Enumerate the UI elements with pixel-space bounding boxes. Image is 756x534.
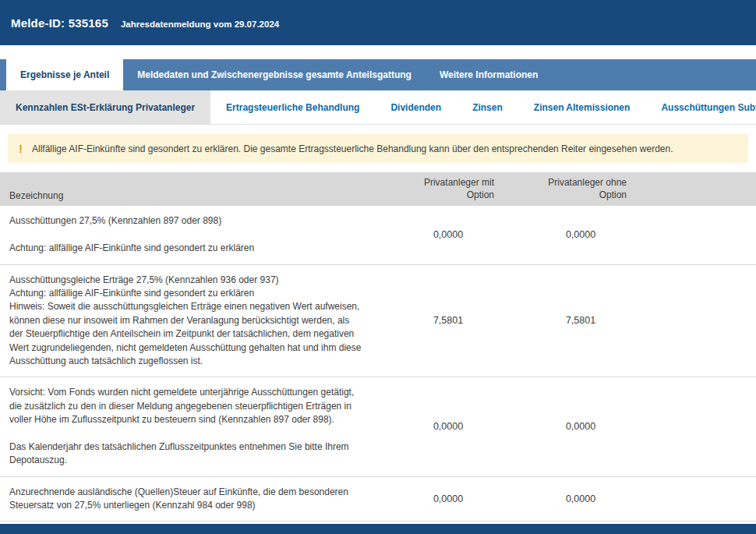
tab-kennzahlen-est-erklaerung[interactable]: Kennzahlen ESt-Erklärung Privatanleger xyxy=(0,90,210,124)
row-description: Ausschüttungen 27,5% (Kennzahlen 897 ode… xyxy=(0,213,382,256)
aif-warning-banner: ! Allfällige AIF-Einkünfte sind gesonder… xyxy=(8,134,748,163)
header-gap xyxy=(0,45,756,59)
tab-weitere-informationen[interactable]: Weitere Informationen xyxy=(426,59,552,90)
value-mit-option: 0,0000 xyxy=(382,213,514,256)
tab-dividenden[interactable]: Dividenden xyxy=(375,90,457,124)
warning-icon: ! xyxy=(17,142,23,155)
warning-text: Allfällige AIF-Einkünfte sind gesondert … xyxy=(32,143,673,154)
value-ohne-option: 0,0000 xyxy=(514,384,647,469)
value-ohne-option: 7,5801 xyxy=(514,272,647,370)
column-header-bezeichnung: Bezeichnung xyxy=(0,190,382,201)
column-spacer xyxy=(647,213,756,256)
column-header-ohne-option: Privatanleger ohne Option xyxy=(514,176,647,201)
tab-ausschuettungen-subfonds[interactable]: Ausschüttungen Subfonds xyxy=(645,90,756,124)
tab-zinsen-altemissionen[interactable]: Zinsen Altemissionen xyxy=(518,90,646,124)
row-description: Anzurechnende ausländische (Quellen)Steu… xyxy=(0,484,382,515)
table-row: Ausschüttungen 27,5% (Kennzahlen 897 ode… xyxy=(0,206,756,264)
row-description: Ausschüttungsgleiche Erträge 27,5% (Kenn… xyxy=(0,272,382,370)
value-mit-option: 7,5801 xyxy=(382,272,514,370)
table-header-row: Bezeichnung Privatanleger mit Option Pri… xyxy=(0,172,756,206)
footer-bar xyxy=(0,524,756,534)
tab-ertragsteuerliche-behandlung[interactable]: Ertragsteuerliche Behandlung xyxy=(210,90,375,124)
column-spacer xyxy=(647,272,756,370)
report-header: Melde-ID: 535165 Jahresdatenmeldung vom … xyxy=(0,0,756,45)
report-subtitle: Jahresdatenmeldung vom 29.07.2024 xyxy=(121,17,279,29)
row-description: Vorsicht: Vom Fonds wurden nicht gemelde… xyxy=(0,384,382,469)
value-mit-option: 0,0000 xyxy=(382,384,514,469)
column-spacer xyxy=(647,384,756,469)
melde-id-title: Melde-ID: 535165 xyxy=(11,16,108,30)
tab-meldedaten-zwischenergebnisse[interactable]: Meldedaten und Zwischenergebnisse gesamt… xyxy=(123,59,426,90)
value-ohne-option: 0,0000 xyxy=(514,213,647,256)
table-row: Vorsicht: Vom Fonds wurden nicht gemelde… xyxy=(0,377,756,476)
secondary-tab-bar: Kennzahlen ESt-Erklärung Privatanleger E… xyxy=(0,90,756,125)
table-row: Ausschüttungsgleiche Erträge 27,5% (Kenn… xyxy=(0,265,756,378)
tab-ergebnisse-je-anteil[interactable]: Ergebnisse je Anteil xyxy=(6,59,123,90)
tab-zinsen[interactable]: Zinsen xyxy=(457,90,518,124)
table-row: Anzurechnende ausländische (Quellen)Steu… xyxy=(0,477,756,522)
column-spacer xyxy=(647,484,756,515)
column-header-mit-option: Privatanleger mit Option xyxy=(382,176,514,201)
primary-tab-bar: Ergebnisse je Anteil Meldedaten und Zwis… xyxy=(0,59,756,90)
value-ohne-option: 0,0000 xyxy=(514,484,647,515)
value-mit-option: 0,0000 xyxy=(382,484,514,515)
